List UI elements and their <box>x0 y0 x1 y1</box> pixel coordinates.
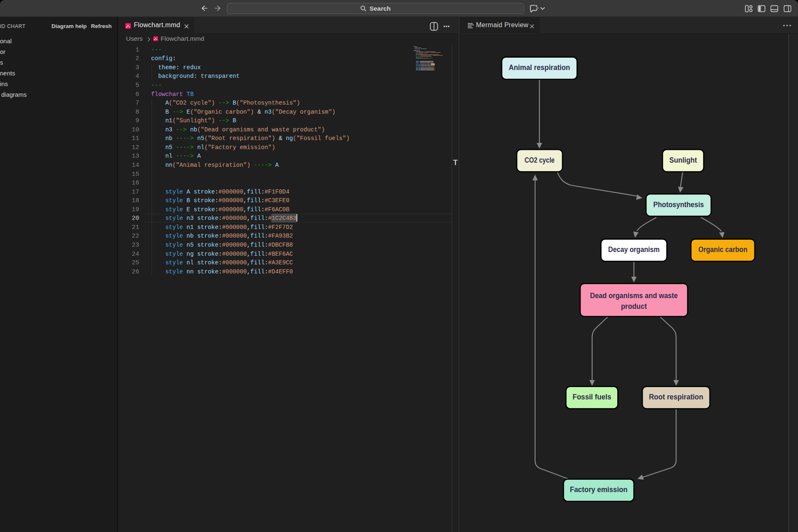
svg-text:Fossil fuels: Fossil fuels <box>573 392 611 401</box>
svg-text:CO2 cycle: CO2 cycle <box>525 156 555 164</box>
svg-text:product: product <box>621 302 647 310</box>
svg-text:Animal respiration: Animal respiration <box>509 63 570 72</box>
svg-text:Sunlight: Sunlight <box>670 156 697 164</box>
svg-text:Root respiration: Root respiration <box>649 392 703 401</box>
svg-text:Factory emission: Factory emission <box>570 485 628 494</box>
svg-text:Decay organism: Decay organism <box>608 245 660 254</box>
svg-text:Organic carbon: Organic carbon <box>698 245 747 254</box>
svg-text:Photosynthesis: Photosynthesis <box>653 200 704 209</box>
svg-text:Dead organisms and waste: Dead organisms and waste <box>590 291 678 300</box>
